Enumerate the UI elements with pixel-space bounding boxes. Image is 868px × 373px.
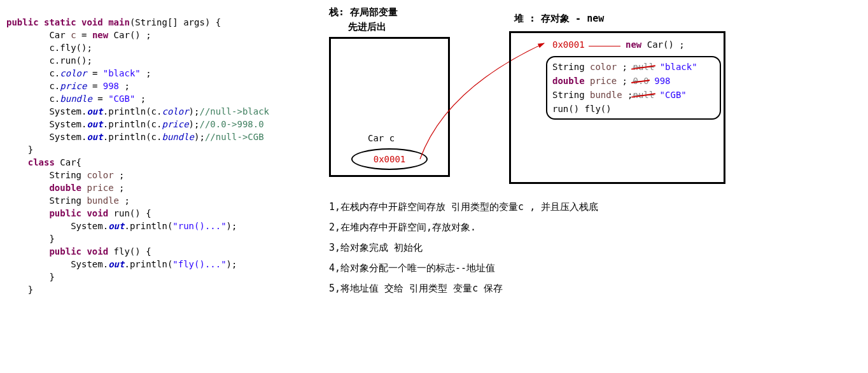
heap-object-box: String color ; null "black" double price… (546, 56, 721, 120)
step-4: 4,给对象分配一个唯一的标志--地址值 (329, 258, 598, 278)
heap-field-color: String color ; null "black" (552, 60, 715, 74)
stack-subtitle: 先进后出 (348, 21, 450, 33)
stack-address-value: 0x0001 (374, 154, 406, 164)
heap-field-price: double price ; 0.0 998 (552, 74, 715, 88)
java-code-block: public static void main(String[] args) {… (6, 3, 269, 296)
heap-addr-line (589, 46, 620, 46)
heap-new-expr: new Car() ; (626, 39, 685, 50)
stack-diagram: 栈: 存局部变量 先进后出 Car c 0x0001 (329, 6, 450, 177)
heap-diagram: 堆 : 存对象 - new 0x0001 new Car() ; String … (509, 13, 725, 184)
steps-list: 1,在栈内存中开辟空间存放 引用类型的变量c , 并且压入栈底 2,在堆内存中开… (329, 197, 598, 299)
step-2: 2,在堆内存中开辟空间,存放对象. (329, 218, 598, 237)
step-5: 5,将地址值 交给 引用类型 变量c 保存 (329, 279, 598, 298)
stack-var-label: Car c (368, 133, 395, 143)
heap-title: 堆 : 存对象 - new (514, 13, 725, 25)
stack-address-oval: 0x0001 (351, 148, 428, 170)
heap-field-bundle: String bundle ;null "CGB" (552, 88, 715, 102)
step-3: 3,给对象完成 初始化 (329, 238, 598, 257)
stack-title: 栈: 存局部变量 (329, 6, 450, 18)
step-1: 1,在栈内存中开辟空间存放 引用类型的变量c , 并且压入栈底 (329, 197, 598, 216)
stack-box: Car c 0x0001 (329, 37, 450, 177)
heap-methods: run() fly() (552, 102, 715, 116)
heap-box: 0x0001 new Car() ; String color ; null "… (509, 31, 725, 184)
heap-address: 0x0001 (552, 39, 585, 50)
